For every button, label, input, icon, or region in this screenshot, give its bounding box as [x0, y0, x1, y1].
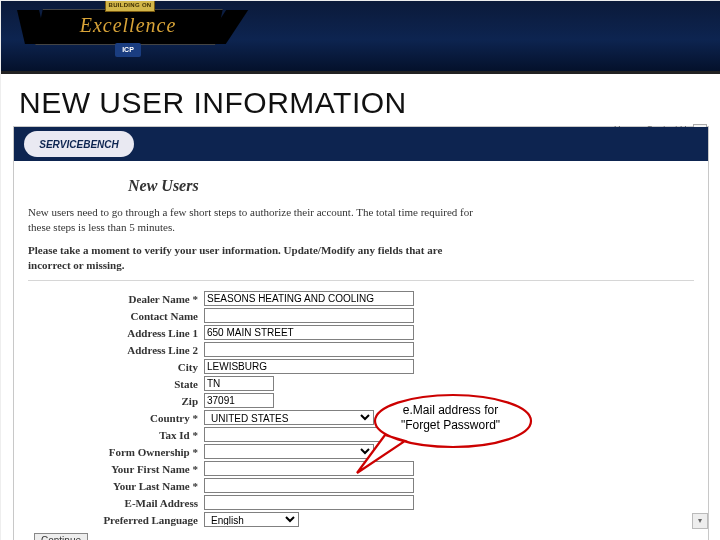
badge-script-text: Excellence — [63, 14, 193, 37]
address1-label: Address Line 1 — [28, 327, 204, 339]
intro-paragraph-1: New users need to go through a few short… — [28, 205, 478, 235]
app-body: New Users New users need to go through a… — [14, 161, 708, 540]
email-label: E-Mail Address — [28, 497, 204, 509]
dealer-name-input[interactable] — [204, 291, 414, 306]
language-label: Preferred Language — [28, 514, 204, 526]
badge-bottom-label: ICP — [115, 43, 141, 57]
address2-label: Address Line 2 — [28, 344, 204, 356]
scroll-down-icon[interactable]: ▾ — [692, 513, 708, 529]
callout-line2: "Forget Password" — [401, 418, 500, 432]
dealer-name-label: Dealer Name — [28, 293, 204, 305]
address1-input[interactable] — [204, 325, 414, 340]
city-input[interactable] — [204, 359, 414, 374]
zip-input[interactable] — [204, 393, 274, 408]
email-input[interactable] — [204, 495, 414, 510]
excellence-badge: BUILDING ON Excellence ICP — [39, 0, 219, 69]
city-label: City — [28, 361, 204, 373]
intro-paragraph-2: Please take a moment to verify your user… — [28, 243, 478, 273]
servicebench-logo: SERVICEBENCH — [24, 131, 134, 157]
language-select[interactable]: English — [204, 512, 299, 527]
continue-button[interactable]: Continue — [34, 533, 88, 540]
badge-top-label: BUILDING ON — [105, 0, 155, 12]
divider — [28, 280, 694, 281]
contact-name-label: Contact Name — [28, 310, 204, 322]
callout-line1: e.Mail address for — [403, 403, 498, 417]
contact-name-input[interactable] — [204, 308, 414, 323]
form-ownership-label: Form Ownership — [28, 446, 204, 458]
country-label: Country — [28, 412, 204, 424]
last-name-label: Your Last Name — [28, 480, 204, 492]
app-title-bar: SERVICEBENCH — [14, 127, 708, 161]
annotation-callout: e.Mail address for "Forget Password" — [353, 391, 533, 451]
country-select[interactable]: UNITED STATES — [204, 410, 374, 425]
first-name-label: Your First Name — [28, 463, 204, 475]
form-ownership-select[interactable] — [204, 444, 374, 459]
slide-title: NEW USER INFORMATION — [19, 86, 720, 120]
taxid-label: Tax Id — [28, 429, 204, 441]
address2-input[interactable] — [204, 342, 414, 357]
state-input[interactable] — [204, 376, 274, 391]
section-heading: New Users — [128, 177, 694, 195]
state-label: State — [28, 378, 204, 390]
zip-label: Zip — [28, 395, 204, 407]
presentation-header: BUILDING ON Excellence ICP — [1, 1, 720, 74]
